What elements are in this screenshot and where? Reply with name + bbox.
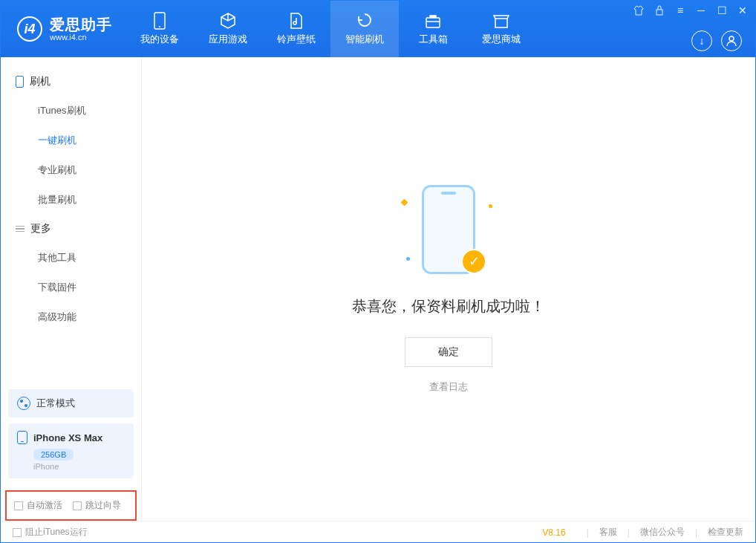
sparkle-icon <box>401 198 408 206</box>
tab-toolbox[interactable]: 工具箱 <box>399 1 467 57</box>
device-capacity: 256GB <box>33 449 74 461</box>
mode-card[interactable]: 正常模式 <box>8 389 134 417</box>
checkbox-prevent-itunes[interactable]: 阻止iTunes运行 <box>13 526 88 539</box>
tab-label: 工具箱 <box>419 33 448 46</box>
checkbox-highlight-row: 自动激活 跳过向导 <box>5 490 137 521</box>
check-update-link[interactable]: 检查更新 <box>708 526 743 539</box>
checkmark-badge-icon: ✓ <box>461 249 486 274</box>
view-log-link[interactable]: 查看日志 <box>429 380 468 394</box>
checkbox-box <box>13 528 22 537</box>
svg-point-1 <box>159 26 160 27</box>
refresh-shield-icon <box>356 12 374 30</box>
sidebar-item-oneclick-flash[interactable]: 一键刷机 <box>1 126 141 155</box>
sidebar-item-batch-flash[interactable]: 批量刷机 <box>1 185 141 215</box>
svg-point-2 <box>293 22 296 25</box>
list-icon <box>16 226 25 233</box>
success-illustration: ✓ <box>415 185 482 282</box>
sidebar-group-flash: 刷机 <box>1 68 141 96</box>
checkbox-box <box>73 501 82 510</box>
checkbox-label: 自动激活 <box>27 499 62 512</box>
music-file-icon <box>287 12 305 30</box>
device-card[interactable]: iPhone XS Max 256GB iPhone <box>8 423 134 478</box>
ok-button[interactable]: 确定 <box>405 337 492 367</box>
device-type: iPhone <box>33 462 125 471</box>
footer: 阻止iTunes运行 V8.16 | 客服 | 微信公众号 | 检查更新 <box>1 521 755 543</box>
device-icon <box>151 12 169 30</box>
header-right-icons: ↓ <box>691 30 742 51</box>
tab-apps-games[interactable]: 应用游戏 <box>194 1 262 57</box>
download-icon[interactable]: ↓ <box>691 30 712 51</box>
store-icon <box>492 12 510 30</box>
maximize-button[interactable]: ☐ <box>715 4 729 17</box>
device-name: iPhone XS Max <box>33 432 102 443</box>
tab-ringtone-wallpaper[interactable]: 铃声壁纸 <box>262 1 330 57</box>
logo: i4 爱思助手 www.i4.cn <box>1 16 126 42</box>
minimize-button[interactable]: ─ <box>694 4 708 17</box>
cube-icon <box>219 12 237 30</box>
app-header: i4 爱思助手 www.i4.cn 我的设备 应用游戏 铃声壁纸 智能刷机 工具… <box>1 1 755 57</box>
version-label: V8.16 <box>542 527 565 538</box>
sidebar-item-download-firmware[interactable]: 下载固件 <box>1 273 141 302</box>
app-body: 刷机 iTunes刷机 一键刷机 专业刷机 批量刷机 更多 其他工具 下载固件 … <box>1 57 755 521</box>
shirt-icon[interactable] <box>632 4 645 17</box>
tab-label: 爱思商城 <box>482 33 521 46</box>
sparkle-icon <box>406 257 410 261</box>
sidebar-group-more: 更多 <box>1 215 141 243</box>
group-label: 刷机 <box>30 75 50 88</box>
user-icon[interactable] <box>721 30 742 51</box>
sidebar: 刷机 iTunes刷机 一键刷机 专业刷机 批量刷机 更多 其他工具 下载固件 … <box>1 57 142 521</box>
toolbox-icon <box>424 12 442 30</box>
main-content: ✓ 恭喜您，保资料刷机成功啦！ 确定 查看日志 <box>142 57 755 521</box>
logo-icon: i4 <box>17 16 42 42</box>
mode-icon <box>17 397 30 410</box>
lock-icon[interactable] <box>653 4 666 17</box>
tab-label: 铃声壁纸 <box>277 33 316 46</box>
tab-label: 应用游戏 <box>209 33 247 46</box>
sidebar-item-other-tools[interactable]: 其他工具 <box>1 243 141 273</box>
sidebar-item-itunes-flash[interactable]: iTunes刷机 <box>1 96 141 126</box>
checkbox-auto-activate[interactable]: 自动激活 <box>14 499 62 512</box>
sidebar-item-advanced[interactable]: 高级功能 <box>1 302 141 332</box>
tab-label: 智能刷机 <box>345 33 384 46</box>
phone-icon <box>17 431 27 444</box>
checkbox-label: 阻止iTunes运行 <box>25 526 88 539</box>
checkbox-box <box>14 501 23 510</box>
checkbox-label: 跳过向导 <box>85 499 121 512</box>
tab-smart-flash[interactable]: 智能刷机 <box>330 1 399 57</box>
group-label: 更多 <box>30 222 51 235</box>
app-name-cn: 爱思助手 <box>50 16 112 33</box>
header-tabs: 我的设备 应用游戏 铃声壁纸 智能刷机 工具箱 爱思商城 <box>126 1 535 57</box>
app-name-en: www.i4.cn <box>50 33 112 42</box>
logo-text: 爱思助手 www.i4.cn <box>50 16 112 42</box>
tab-store[interactable]: 爱思商城 <box>467 1 535 57</box>
tab-my-device[interactable]: 我的设备 <box>126 1 194 57</box>
device-section: 正常模式 iPhone XS Max 256GB iPhone <box>1 389 141 484</box>
sparkle-icon <box>489 204 492 208</box>
svg-rect-5 <box>656 10 662 15</box>
menu-icon[interactable]: ≡ <box>674 4 687 17</box>
svg-point-6 <box>729 36 734 41</box>
sidebar-item-pro-flash[interactable]: 专业刷机 <box>1 155 141 185</box>
window-controls: ≡ ─ ☐ ✕ <box>632 4 749 17</box>
wechat-link[interactable]: 微信公众号 <box>640 526 685 539</box>
tab-label: 我的设备 <box>140 33 179 46</box>
phone-icon <box>16 76 24 88</box>
checkbox-skip-guide[interactable]: 跳过向导 <box>73 499 121 512</box>
success-message: 恭喜您，保资料刷机成功啦！ <box>352 296 545 316</box>
svg-rect-3 <box>426 18 440 27</box>
close-button[interactable]: ✕ <box>736 4 749 17</box>
mode-label: 正常模式 <box>36 397 75 410</box>
support-link[interactable]: 客服 <box>599 526 617 539</box>
